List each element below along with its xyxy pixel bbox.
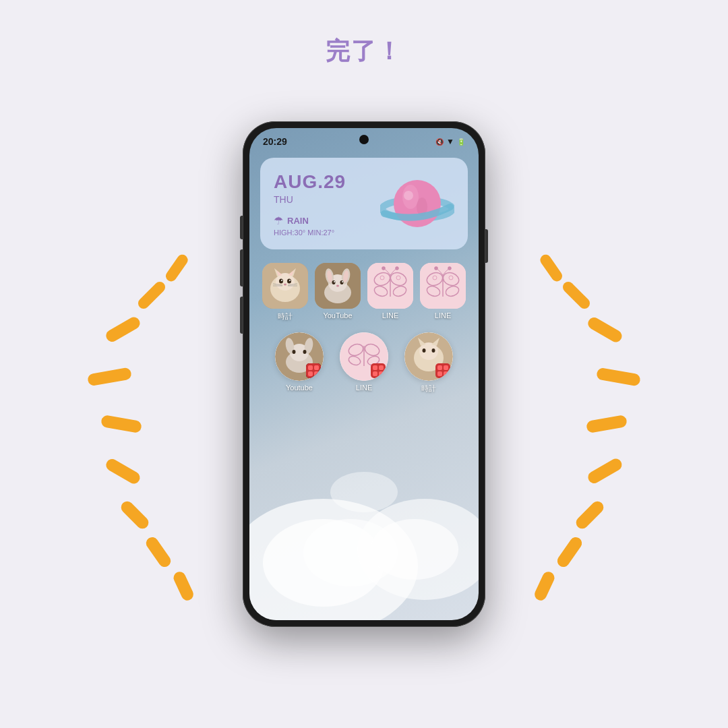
svg-rect-15	[533, 570, 556, 602]
app-item-youtube1[interactable]: YouTube	[313, 263, 363, 322]
svg-rect-82	[308, 371, 313, 376]
svg-point-48	[334, 281, 335, 282]
svg-rect-91	[373, 365, 377, 370]
svg-point-58	[396, 267, 398, 270]
app-item-tokei2[interactable]: 時計	[404, 332, 453, 394]
weather-date: AUG.29	[274, 171, 346, 193]
svg-rect-13	[574, 499, 606, 531]
weather-info: AUG.29 THU ☂ RAIN HIGH:30° MIN:27°	[274, 171, 346, 237]
svg-rect-8	[164, 253, 190, 284]
svg-rect-1	[87, 367, 132, 386]
status-icons: 🔇 ▼ 🔋	[435, 137, 465, 146]
app-icon-line3[interactable]	[340, 332, 388, 381]
svg-rect-10	[596, 367, 641, 387]
svg-point-34	[284, 284, 286, 286]
app-label-line1: LINE	[382, 311, 398, 320]
svg-point-68	[448, 267, 451, 270]
svg-rect-103	[437, 365, 442, 370]
app-label-youtube1: YouTube	[323, 311, 352, 320]
app-item-tokei1[interactable]: 時計	[260, 263, 310, 322]
svg-rect-92	[379, 365, 384, 370]
app-label-tokei2: 時計	[421, 384, 436, 394]
app-item-line2[interactable]: LINE	[418, 263, 468, 322]
page-title: 完了！	[326, 35, 402, 68]
svg-rect-79	[306, 363, 321, 378]
svg-rect-16	[561, 280, 593, 311]
svg-point-22	[404, 191, 413, 200]
svg-rect-81	[314, 365, 319, 370]
app-label-tokei1: 時計	[278, 311, 293, 322]
svg-rect-90	[371, 363, 386, 378]
weather-day: THU	[274, 194, 346, 205]
svg-point-101	[432, 348, 435, 353]
app-icon-line1[interactable]	[367, 263, 413, 309]
svg-point-57	[382, 267, 385, 270]
svg-point-32	[281, 280, 282, 281]
app-item-line1[interactable]: LINE	[365, 263, 415, 322]
svg-rect-0	[104, 315, 142, 344]
svg-rect-2	[100, 415, 142, 433]
svg-rect-7	[136, 280, 168, 311]
svg-point-100	[423, 348, 426, 353]
status-bar: 20:29 🔇 ▼ 🔋	[249, 128, 479, 152]
phone-body: 20:29 🔇 ▼ 🔋 AUG.29 THU ☂ RAIN HIGH	[243, 121, 485, 627]
svg-rect-102	[435, 363, 450, 378]
svg-rect-104	[444, 365, 448, 370]
status-time: 20:29	[263, 136, 287, 147]
phone-mockup: 20:29 🔇 ▼ 🔋 AUG.29 THU ☂ RAIN HIGH	[243, 121, 485, 627]
app-label-line2: LINE	[435, 311, 451, 320]
svg-rect-11	[586, 415, 628, 433]
power-button	[485, 229, 488, 263]
svg-rect-94	[379, 371, 384, 376]
weather-widget: AUG.29 THU ☂ RAIN HIGH:30° MIN:27°	[260, 158, 468, 249]
weather-temp: HIGH:30° MIN:27°	[274, 229, 346, 237]
svg-rect-80	[308, 365, 313, 370]
svg-rect-14	[555, 535, 584, 569]
svg-rect-4	[119, 499, 151, 531]
svg-point-49	[342, 281, 343, 282]
svg-point-30	[279, 279, 283, 284]
svg-rect-93	[373, 371, 377, 376]
weather-rain: RAIN	[287, 216, 309, 226]
app-grid-row2: Youtube	[249, 322, 479, 394]
app-icon-youtube2[interactable]	[275, 332, 324, 381]
planet-illustration	[380, 170, 454, 237]
svg-rect-9	[586, 315, 624, 344]
svg-point-77	[303, 350, 307, 354]
camera-notch	[359, 135, 369, 144]
svg-point-33	[289, 280, 291, 281]
app-icon-youtube1[interactable]	[315, 263, 361, 309]
svg-point-31	[287, 279, 291, 284]
svg-point-46	[332, 280, 336, 284]
svg-point-76	[293, 350, 296, 354]
svg-rect-17	[538, 253, 564, 284]
app-icon-tokei1[interactable]	[262, 263, 308, 309]
app-icon-line2[interactable]	[420, 263, 466, 309]
svg-point-67	[435, 267, 437, 270]
phone-screen: 20:29 🔇 ▼ 🔋 AUG.29 THU ☂ RAIN HIGH	[249, 128, 479, 620]
app-grid-row1: 時計	[249, 249, 479, 322]
app-item-youtube2[interactable]: Youtube	[275, 332, 324, 394]
svg-point-50	[336, 285, 339, 287]
app-icon-tokei2[interactable]	[404, 332, 453, 381]
app-label-line3: LINE	[356, 384, 372, 392]
weather-condition: ☂ RAIN	[274, 214, 346, 227]
app-label-youtube2: Youtube	[286, 384, 313, 392]
svg-rect-105	[437, 371, 442, 376]
volume-down-button	[240, 249, 243, 286]
app-item-line3[interactable]: LINE	[340, 332, 388, 394]
svg-rect-6	[172, 570, 195, 602]
svg-rect-83	[314, 371, 319, 376]
svg-rect-3	[104, 457, 142, 486]
svg-rect-5	[144, 535, 173, 569]
svg-rect-106	[444, 371, 448, 376]
volume-up-button	[240, 216, 243, 239]
silent-button	[240, 297, 243, 334]
svg-point-47	[340, 280, 344, 284]
svg-rect-12	[586, 456, 624, 485]
umbrella-icon: ☂	[274, 214, 283, 227]
